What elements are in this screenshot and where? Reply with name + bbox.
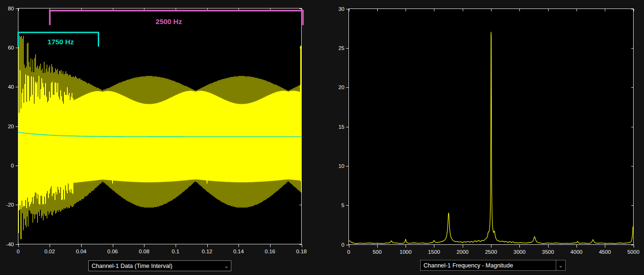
- svg-text:10: 10: [339, 163, 345, 169]
- svg-text:3500: 3500: [542, 249, 554, 255]
- time-signal-select[interactable]: Channel-1 Data (Time Interval) ⌄: [88, 260, 231, 271]
- svg-text:500: 500: [373, 249, 381, 255]
- time-signal-select-value: Channel-1 Data (Time Interval): [89, 263, 222, 269]
- frequency-plot[interactable]: 0500100015002000250030003500400045005000…: [339, 6, 640, 255]
- svg-text:0: 0: [11, 163, 14, 168]
- svg-text:5: 5: [341, 202, 344, 208]
- svg-text:0.02: 0.02: [44, 249, 55, 254]
- svg-text:0: 0: [17, 249, 19, 254]
- svg-text:1500: 1500: [428, 249, 441, 255]
- svg-text:0.16: 0.16: [265, 249, 275, 254]
- svg-text:0.04: 0.04: [76, 249, 87, 254]
- time-plot[interactable]: 00.020.040.060.080.10.120.140.160.18-40-…: [6, 6, 307, 254]
- svg-text:0.14: 0.14: [233, 249, 244, 254]
- svg-text:40: 40: [8, 84, 14, 90]
- svg-text:-20: -20: [6, 202, 14, 208]
- svg-text:4500: 4500: [599, 249, 611, 255]
- freq-bracket-label: 1750 Hz: [48, 38, 74, 46]
- frequency-signal-select-value: Channel-1 Frequency - Magnitude: [421, 262, 556, 269]
- svg-text:30: 30: [339, 6, 345, 12]
- freq-bracket-label: 2500 Hz: [156, 17, 182, 25]
- svg-text:2000: 2000: [457, 249, 469, 255]
- svg-text:-40: -40: [6, 242, 14, 247]
- svg-text:15: 15: [339, 124, 345, 130]
- svg-text:0: 0: [347, 249, 350, 255]
- chevron-down-icon: ⌄: [556, 260, 565, 270]
- svg-text:0: 0: [341, 242, 344, 248]
- svg-text:0.18: 0.18: [296, 249, 306, 254]
- svg-text:20: 20: [8, 124, 14, 129]
- svg-text:0.12: 0.12: [202, 249, 212, 254]
- svg-text:60: 60: [8, 45, 14, 50]
- svg-text:20: 20: [339, 84, 345, 90]
- simulation-data-inspector-window: 00.020.040.060.080.10.120.140.160.18-40-…: [0, 0, 644, 275]
- svg-text:0.06: 0.06: [107, 249, 118, 254]
- svg-text:25: 25: [339, 45, 345, 51]
- svg-text:2500: 2500: [485, 249, 497, 255]
- svg-text:0.1: 0.1: [172, 249, 179, 254]
- svg-text:4000: 4000: [570, 249, 583, 255]
- svg-text:0.08: 0.08: [139, 249, 149, 254]
- plots-canvas: 00.020.040.060.080.10.120.140.160.18-40-…: [0, 0, 644, 257]
- svg-text:80: 80: [8, 6, 14, 11]
- svg-text:1000: 1000: [399, 249, 412, 255]
- svg-text:3000: 3000: [514, 249, 526, 255]
- svg-text:5000: 5000: [627, 249, 640, 255]
- frequency-signal-select[interactable]: Channel-1 Frequency - Magnitude ⌄: [420, 260, 566, 271]
- chevron-down-icon: ⌄: [222, 261, 231, 271]
